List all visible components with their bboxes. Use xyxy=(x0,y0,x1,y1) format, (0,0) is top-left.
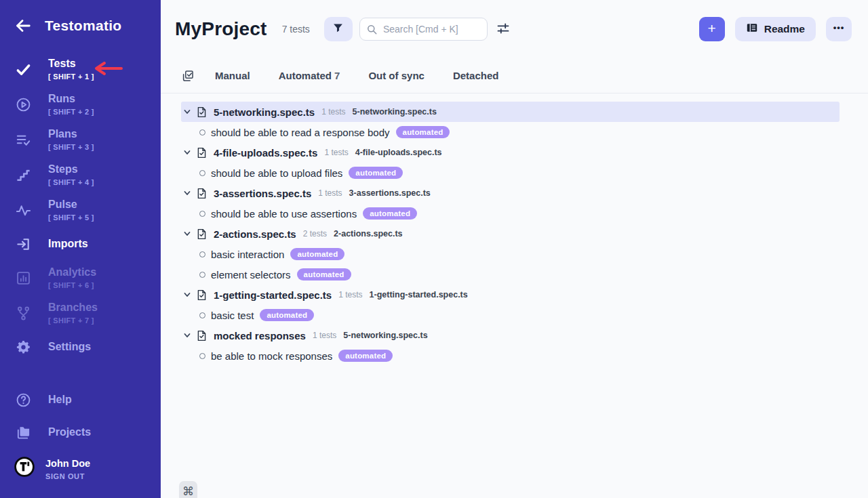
sidebar-item-imports[interactable]: Imports xyxy=(0,228,161,260)
book-icon xyxy=(746,22,758,37)
search-box xyxy=(359,18,488,41)
test-status-icon xyxy=(199,211,205,217)
file-path: 5-networking.spec.ts xyxy=(343,331,427,340)
test-title: should be able to read a response body xyxy=(211,127,390,138)
readme-button[interactable]: Readme xyxy=(735,17,816,41)
sidebar-item-tests[interactable]: Tests [ SHIFT + 1 ] xyxy=(0,51,161,87)
check-icon xyxy=(15,61,31,77)
project-header: MyProject 7 tests + Readme ••• xyxy=(161,0,868,58)
stairs-icon xyxy=(15,167,31,183)
test-row[interactable]: element selectors automated xyxy=(181,264,840,285)
help-icon xyxy=(15,392,31,408)
test-title: be able to mock responses xyxy=(211,350,332,362)
file-row[interactable]: 4-file-uploads.spec.ts 1 tests 4-file-up… xyxy=(181,142,840,163)
tab-out-of-sync[interactable]: Out of sync xyxy=(368,70,425,81)
bar-chart-icon xyxy=(15,270,31,286)
test-row[interactable]: be able to mock responses automated xyxy=(181,346,840,366)
test-status-icon xyxy=(199,251,205,257)
main-content: MyProject 7 tests + Readme ••• xyxy=(161,0,868,498)
file-path: 4-file-uploads.spec.ts xyxy=(355,148,442,157)
test-status-icon xyxy=(199,129,205,136)
automated-badge: automated xyxy=(349,167,403,179)
add-test-button[interactable]: + xyxy=(699,17,725,41)
chevron-down-icon[interactable] xyxy=(183,230,191,238)
tab-detached[interactable]: Detached xyxy=(453,70,499,81)
sidebar-item-runs[interactable]: Runs [ SHIFT + 2 ] xyxy=(0,87,161,122)
tests-count: 7 tests xyxy=(282,24,310,35)
filter-button[interactable] xyxy=(324,17,353,41)
import-icon xyxy=(15,236,31,252)
readme-label: Readme xyxy=(764,23,805,35)
sidebar-item-steps[interactable]: Steps [ SHIFT + 4 ] xyxy=(0,157,161,192)
test-title: basic test xyxy=(211,310,254,321)
chevron-down-icon[interactable] xyxy=(183,331,191,339)
test-row[interactable]: should be able to upload files automated xyxy=(181,163,840,183)
sidebar: Testomatio Tests [ SHIFT + 1 ] Runs [ SH… xyxy=(0,0,161,498)
test-row[interactable]: basic test automated xyxy=(181,305,840,325)
app-logo: Testomatio xyxy=(45,18,121,34)
command-key-button[interactable]: ⌘ xyxy=(179,481,197,498)
file-row[interactable]: 3-assertions.spec.ts 1 tests 3-assertion… xyxy=(181,183,840,203)
file-test-count: 1 tests xyxy=(313,331,336,340)
file-name: 2-actions.spec.ts xyxy=(214,228,296,240)
file-path: 3-assertions.spec.ts xyxy=(349,188,431,198)
sidebar-item-pulse[interactable]: Pulse [ SHIFT + 5 ] xyxy=(0,192,161,228)
tab-automated[interactable]: Automated7 xyxy=(279,70,340,81)
sidebar-item-settings[interactable]: Settings xyxy=(0,331,161,363)
chevron-down-icon[interactable] xyxy=(183,189,191,197)
funnel-icon xyxy=(332,22,344,36)
automated-badge: automated xyxy=(260,309,314,321)
back-arrow-icon[interactable] xyxy=(14,16,33,35)
sidebar-item-projects[interactable]: Projects xyxy=(0,416,161,449)
file-test-count: 2 tests xyxy=(303,229,327,238)
more-options-button[interactable]: ••• xyxy=(826,17,852,41)
sidebar-header: Testomatio xyxy=(0,0,161,35)
file-path: 1-getting-started.spec.ts xyxy=(370,290,468,299)
test-row[interactable]: should be able to use assertions automat… xyxy=(181,203,840,224)
automated-badge: automated xyxy=(290,248,344,260)
tab-manual[interactable]: Manual xyxy=(215,70,250,81)
test-list: 5-networking.spec.ts 1 tests 5-networkin… xyxy=(161,94,868,366)
avatar xyxy=(14,457,35,477)
chevron-down-icon[interactable] xyxy=(183,108,191,116)
automated-badge: automated xyxy=(297,268,351,281)
file-check-icon xyxy=(196,147,208,159)
test-row[interactable]: basic interaction automated xyxy=(181,244,840,264)
select-all-icon[interactable] xyxy=(181,69,195,83)
sidebar-item-plans[interactable]: Plans [ SHIFT + 3 ] xyxy=(0,122,161,157)
automated-badge: automated xyxy=(338,350,393,362)
automated-badge: automated xyxy=(396,126,450,138)
sidebar-item-branches[interactable]: Branches [ SHIFT + 7 ] xyxy=(0,295,161,331)
user-name: John Doe xyxy=(45,458,90,470)
test-title: element selectors xyxy=(211,269,291,281)
search-input[interactable] xyxy=(383,24,480,35)
test-title: basic interaction xyxy=(211,249,284,260)
file-check-icon xyxy=(196,188,208,199)
file-path: 5-networking.spec.ts xyxy=(353,107,437,117)
file-name: 5-networking.spec.ts xyxy=(214,106,315,118)
sign-out-link[interactable]: SIGN OUT xyxy=(45,472,90,480)
file-check-icon xyxy=(196,289,208,301)
file-row[interactable]: 5-networking.spec.ts 1 tests 5-networkin… xyxy=(181,102,840,122)
test-row[interactable]: should be able to read a response body a… xyxy=(181,122,840,142)
sidebar-item-analytics[interactable]: Analytics [ SHIFT + 6 ] xyxy=(0,260,161,295)
file-test-count: 1 tests xyxy=(321,107,345,117)
user-profile[interactable]: John Doe SIGN OUT xyxy=(0,454,161,480)
command-icon: ⌘ xyxy=(182,484,194,498)
sidebar-secondary-nav: Help Projects xyxy=(0,383,161,449)
file-test-count: 1 tests xyxy=(318,188,342,198)
sidebar-item-help[interactable]: Help xyxy=(0,383,161,416)
pulse-icon xyxy=(15,202,31,218)
test-status-icon xyxy=(199,353,205,359)
file-row[interactable]: 1-getting-started.spec.ts 1 tests 1-gett… xyxy=(181,285,840,305)
file-row[interactable]: mocked responses 1 tests 5-networking.sp… xyxy=(181,325,840,346)
chevron-down-icon[interactable] xyxy=(183,291,191,299)
file-test-count: 1 tests xyxy=(338,290,362,299)
chevron-down-icon[interactable] xyxy=(183,148,191,157)
test-status-icon xyxy=(199,312,205,318)
test-status-icon xyxy=(199,170,205,176)
file-row[interactable]: 2-actions.spec.ts 2 tests 2-actions.spec… xyxy=(181,224,840,244)
view-settings-button[interactable] xyxy=(493,19,513,39)
sliders-icon xyxy=(496,22,510,37)
search-icon xyxy=(367,24,377,35)
